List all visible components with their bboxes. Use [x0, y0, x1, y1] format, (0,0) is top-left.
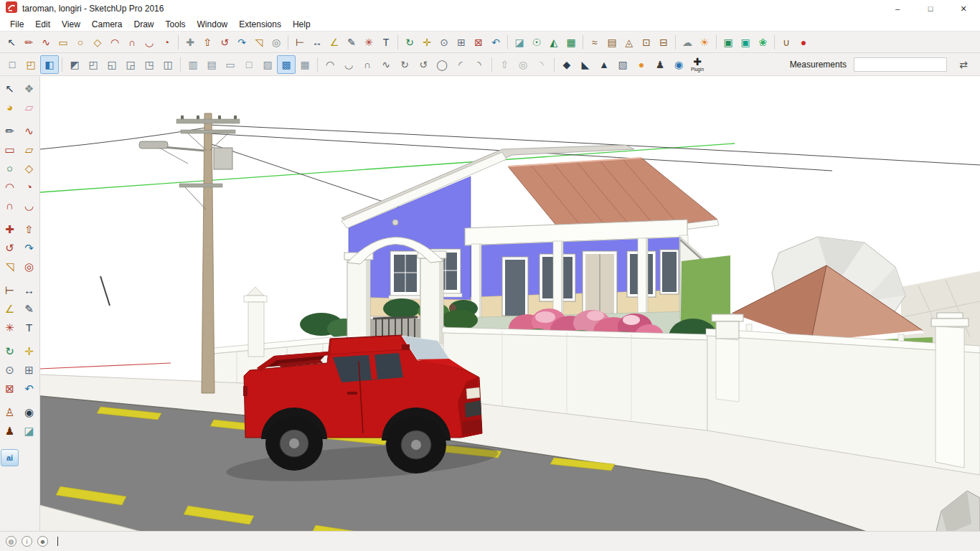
record-scene-button[interactable]: ● — [795, 34, 812, 51]
x-ray-style-button[interactable]: ▥ — [184, 55, 202, 74]
zoom-button[interactable]: ⊙ — [1, 361, 19, 379]
back-edges-style-button[interactable]: ▤ — [202, 55, 221, 74]
orbit-button[interactable]: ↻ — [401, 34, 418, 51]
geolocation-icon[interactable]: ◍ — [6, 536, 17, 547]
rotate-button[interactable]: ↺ — [216, 34, 233, 51]
smoove-button[interactable]: ◬ — [621, 34, 638, 51]
close-button[interactable]: ✕ — [947, 0, 980, 17]
model-viewport[interactable] — [40, 76, 980, 531]
add-location-button[interactable]: ☉ — [528, 34, 545, 51]
line-button[interactable]: ✏ — [20, 34, 37, 51]
paint-bucket-button[interactable]: ◕ — [1, 98, 19, 116]
wireframe-style-button[interactable]: ▭ — [221, 55, 240, 74]
arc-segment-right-button[interactable]: ◝ — [470, 55, 489, 74]
axes-button[interactable]: ✳ — [360, 34, 377, 51]
drape-button[interactable]: ⊟ — [655, 34, 672, 51]
menu-camera[interactable]: Camera — [86, 18, 128, 31]
right-view-button[interactable]: ◲ — [121, 55, 140, 74]
ai-plugin-button[interactable]: ai — [1, 449, 19, 466]
menu-view[interactable]: View — [56, 18, 86, 31]
rectangle-button[interactable]: ▭ — [55, 34, 72, 51]
measurements-input[interactable] — [854, 57, 947, 72]
spline-button[interactable]: ∿ — [377, 55, 395, 74]
sandbox-from-scratch-button[interactable]: ▤ — [603, 34, 621, 51]
shaded-textures-style-button[interactable]: ▩ — [277, 55, 296, 74]
section-plane-button[interactable]: ◪ — [20, 422, 38, 440]
sculpt-button[interactable]: ◣ — [576, 55, 595, 74]
eraser-button[interactable]: ▱ — [20, 98, 38, 116]
three-point-arc-button[interactable]: ◡ — [20, 197, 38, 215]
left-view-button[interactable]: ◫ — [159, 55, 177, 74]
round-corner-button[interactable]: ◝ — [532, 55, 551, 74]
model-info-icon[interactable]: i — [22, 536, 32, 547]
back-view-button[interactable]: ◳ — [140, 55, 159, 74]
3d-text-button[interactable]: T — [377, 34, 395, 51]
menu-window[interactable]: Window — [192, 18, 234, 31]
subdivide-button[interactable]: ◆ — [557, 55, 576, 74]
menu-extensions[interactable]: Extensions — [233, 18, 287, 31]
circle-button[interactable]: ○ — [1, 159, 19, 177]
menu-file[interactable]: File — [4, 18, 29, 31]
look-around-button[interactable]: ◉ — [20, 403, 38, 421]
move-button[interactable]: ✚ — [182, 34, 199, 51]
scale-button[interactable]: ◹ — [250, 34, 268, 51]
freehand-button[interactable]: ∿ — [37, 34, 55, 51]
two-point-arc-button[interactable]: ∩ — [1, 197, 19, 215]
text-button[interactable]: ✎ — [20, 300, 38, 318]
shadows-button[interactable]: ☀ — [696, 34, 713, 51]
rotate-button[interactable]: ↺ — [1, 239, 19, 257]
scale-figure-button[interactable]: ♟ — [651, 55, 669, 74]
iso-view-button[interactable]: ◩ — [65, 55, 84, 74]
scale-button[interactable]: ◹ — [1, 258, 19, 276]
maximize-button[interactable]: □ — [914, 0, 947, 17]
zoom-window-button[interactable]: ⊞ — [20, 361, 38, 379]
circle-button[interactable]: ○ — [72, 34, 89, 51]
hidden-line-style-button[interactable]: □ — [240, 55, 258, 74]
arc-segment-left-button[interactable]: ◜ — [451, 55, 470, 74]
toggle-terrain-button[interactable]: ◭ — [545, 34, 562, 51]
material-replacer-button[interactable]: ▧ — [613, 55, 632, 74]
render-plugin-teal-button[interactable]: ▣ — [737, 34, 754, 51]
fog-button[interactable]: ☁ — [679, 34, 696, 51]
dimension-button[interactable]: ↔ — [20, 281, 38, 299]
zoom-button[interactable]: ⊙ — [435, 34, 453, 51]
zoom-previous-button[interactable]: ↶ — [20, 380, 38, 397]
front-view-button[interactable]: ◱ — [103, 55, 121, 74]
pie-button[interactable]: ◔ — [20, 178, 38, 196]
new-file-button[interactable]: □ — [3, 55, 22, 74]
minimize-button[interactable]: – — [881, 0, 914, 17]
physics-ball-button[interactable]: ● — [632, 55, 651, 74]
zoom-window-button[interactable]: ⊞ — [453, 34, 470, 51]
soap-skin-button[interactable]: ▲ — [595, 55, 613, 74]
cubic-bezier-button[interactable]: ◡ — [339, 55, 358, 74]
render-plugin-leaf-button[interactable]: ❀ — [754, 34, 771, 51]
rectangle-button[interactable]: ▭ — [1, 141, 19, 159]
curve-ellipse-button[interactable]: ◯ — [433, 55, 451, 74]
tape-measure-button[interactable]: ⊢ — [1, 281, 19, 299]
zoom-extents-button[interactable]: ⊠ — [470, 34, 487, 51]
open-file-button[interactable]: ◰ — [22, 55, 40, 74]
protractor-button[interactable]: ∠ — [1, 300, 19, 318]
menu-edit[interactable]: Edit — [29, 18, 56, 31]
offset-button[interactable]: ◎ — [268, 34, 285, 51]
render-sphere-button[interactable]: ◉ — [669, 55, 688, 74]
make-component-button[interactable]: ❖ — [20, 80, 38, 98]
arc-button[interactable]: ◠ — [1, 178, 19, 196]
arc-button[interactable]: ◠ — [106, 34, 123, 51]
sandbox-from-contours-button[interactable]: ≈ — [586, 34, 603, 51]
offset-button[interactable]: ◎ — [20, 258, 38, 276]
push-pull-button[interactable]: ⇧ — [20, 220, 38, 238]
shaded-style-button[interactable]: ▨ — [258, 55, 277, 74]
select-button[interactable]: ↖ — [3, 34, 20, 51]
rotated-rectangle-button[interactable]: ▱ — [20, 141, 38, 159]
menu-draw[interactable]: Draw — [128, 18, 160, 31]
follow-me-button[interactable]: ↷ — [233, 34, 250, 51]
follow-me-button[interactable]: ↷ — [20, 239, 38, 257]
sandal-plugin-button[interactable]: ∪ — [778, 34, 795, 51]
tape-measure-button[interactable]: ⊢ — [291, 34, 308, 51]
photo-texture-button[interactable]: ▦ — [562, 34, 580, 51]
freehand-button[interactable]: ∿ — [20, 122, 38, 140]
push-pull-button[interactable]: ⇧ — [199, 34, 216, 51]
quadratic-bezier-button[interactable]: ∩ — [358, 55, 377, 74]
section-plane-button[interactable]: ◪ — [511, 34, 528, 51]
